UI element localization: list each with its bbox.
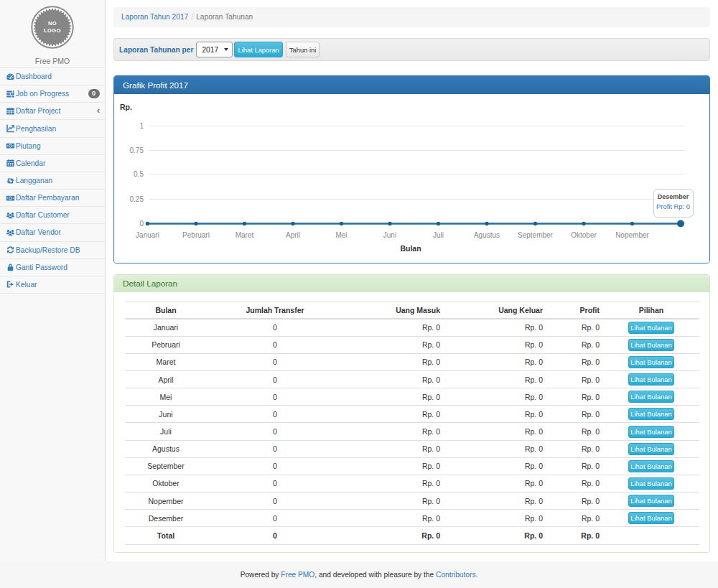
svg-text:April: April — [286, 231, 300, 239]
svg-text:Oktober: Oktober — [571, 231, 597, 239]
svg-text:Mei: Mei — [335, 231, 347, 239]
svg-text:0.25: 0.25 — [130, 195, 144, 203]
svg-text:1: 1 — [139, 122, 144, 130]
svg-text:Bulan: Bulan — [400, 244, 421, 253]
svg-text:Nopember: Nopember — [615, 231, 649, 239]
svg-text:Juni: Juni — [383, 231, 396, 239]
svg-text:NO: NO — [48, 20, 57, 27]
svg-text:0: 0 — [139, 220, 144, 228]
svg-text:0.75: 0.75 — [130, 146, 144, 154]
svg-text:Agustus: Agustus — [474, 231, 500, 239]
svg-text:Januari: Januari — [136, 231, 159, 239]
svg-text:Rp.: Rp. — [120, 103, 132, 111]
svg-text:Pebruari: Pebruari — [182, 231, 210, 239]
svg-text:0.5: 0.5 — [134, 170, 144, 178]
svg-text:Maret: Maret — [236, 231, 254, 239]
svg-text:September: September — [518, 231, 554, 239]
svg-text:Juli: Juli — [433, 231, 444, 239]
svg-text:LOGO: LOGO — [44, 27, 61, 34]
